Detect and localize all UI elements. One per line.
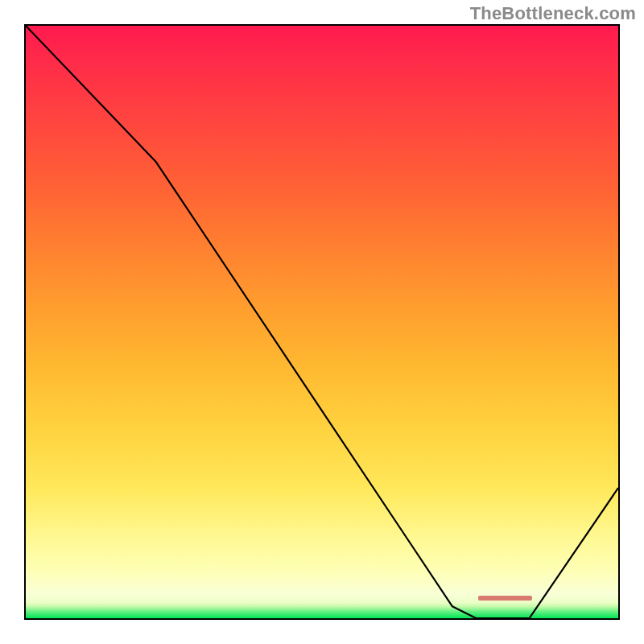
bottleneck-curve bbox=[26, 26, 618, 618]
chart-container: TheBottleneck.com bbox=[0, 0, 644, 644]
attribution-text: TheBottleneck.com bbox=[470, 3, 636, 24]
plot-frame bbox=[24, 24, 620, 620]
optimal-range-marker bbox=[478, 596, 532, 601]
curve-path bbox=[26, 26, 618, 618]
